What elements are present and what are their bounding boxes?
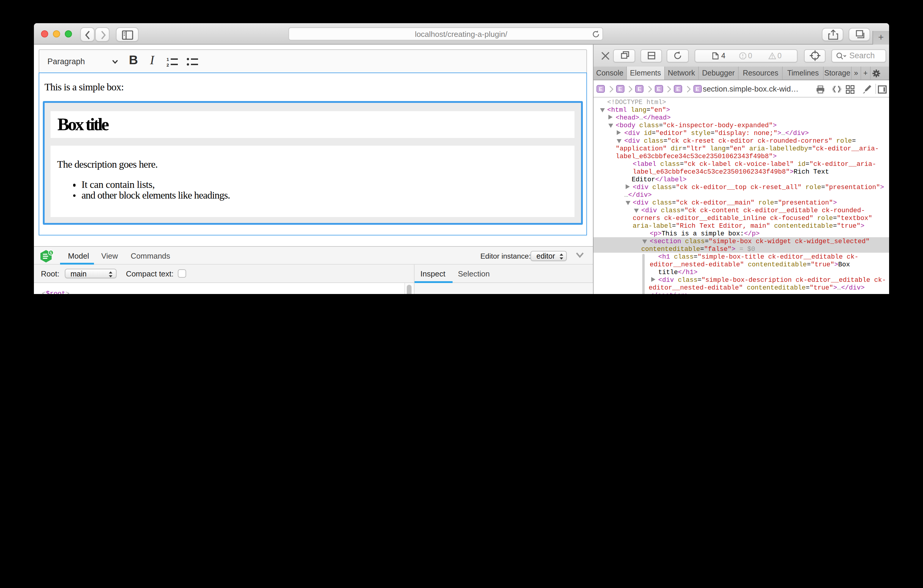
svg-text:1: 1	[166, 57, 169, 62]
svg-text:2: 2	[166, 62, 169, 67]
svg-text:5: 5	[50, 251, 52, 255]
